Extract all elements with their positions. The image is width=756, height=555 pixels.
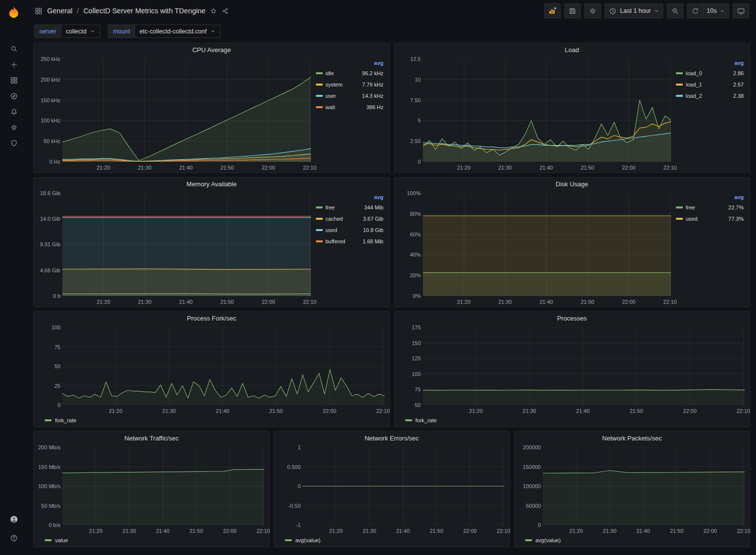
save-dashboard-button[interactable] bbox=[564, 3, 581, 18]
sidebar-item-profile[interactable] bbox=[7, 513, 20, 526]
legend-item-load_1[interactable]: load_12.57 bbox=[676, 79, 744, 90]
panel-title[interactable]: CPU Average bbox=[34, 43, 390, 56]
legend: avgidle96.2 kHzsystem7.79 kHzuser14.3 kH… bbox=[316, 56, 390, 173]
y-axis-label: 50 Mb/s bbox=[35, 503, 60, 509]
panel-title[interactable]: Load bbox=[394, 43, 750, 56]
chart-plot[interactable]: 05000010000015000020000021:2021:3021:402… bbox=[514, 444, 750, 536]
y-axis-label: 100% bbox=[395, 190, 421, 196]
chart-plot[interactable]: 02.5057.501012.521:2021:3021:4021:5022:0… bbox=[394, 56, 676, 173]
legend-item-wait[interactable]: wait386 Hz bbox=[316, 101, 384, 113]
y-axis-label: 60% bbox=[395, 232, 421, 237]
chart-plot[interactable]: 507510012515017521:2021:3021:4021:5022:0… bbox=[394, 324, 750, 416]
variable-server-value: collectd bbox=[66, 28, 86, 35]
x-axis-label: 21:50 bbox=[577, 165, 598, 171]
chart-plot[interactable]: 0 b4.66 Gib9.31 Gib14.0 Gib18.6 Gib21:20… bbox=[34, 190, 316, 307]
time-range-label: Last 1 hour bbox=[620, 7, 651, 14]
legend-item-load_2[interactable]: load_22.38 bbox=[676, 90, 744, 101]
cycle-view-mode-button[interactable] bbox=[733, 3, 749, 18]
legend-item-idle[interactable]: idle96.2 kHz bbox=[316, 67, 384, 79]
legend-item-system[interactable]: system7.79 kHz bbox=[316, 79, 384, 90]
variable-mount-label: mount bbox=[108, 25, 135, 38]
y-axis-label: 0 b/s bbox=[35, 522, 60, 528]
y-axis-label: 250 kHz bbox=[35, 56, 60, 62]
x-axis-label: 22:00 bbox=[257, 165, 279, 171]
legend-item-value[interactable]: value bbox=[34, 536, 269, 547]
share-icon[interactable] bbox=[222, 7, 229, 15]
dashboard-settings-button[interactable] bbox=[585, 3, 601, 18]
star-icon[interactable] bbox=[210, 7, 217, 15]
legend-item-free[interactable]: free22.7% bbox=[676, 202, 744, 213]
sidebar-item-help[interactable] bbox=[7, 531, 20, 544]
chart-plot[interactable]: -1-0.5000.500121:2021:3021:4021:5022:002… bbox=[274, 444, 509, 536]
chart-plot[interactable]: 0 Hz50 kHz100 kHz150 kHz200 kHz250 kHz21… bbox=[34, 56, 316, 173]
panel-title[interactable]: Network Traffic/sec bbox=[34, 432, 269, 444]
y-axis-label: 50 bbox=[395, 402, 421, 408]
grafana-logo-icon[interactable] bbox=[6, 5, 22, 21]
panel-disk-usage: Disk Usage 0%20%40%60%80%100%21:2021:302… bbox=[394, 177, 751, 307]
x-axis-label: 21:40 bbox=[392, 528, 414, 534]
legend-item-cached[interactable]: cached3.67 Gib bbox=[316, 213, 384, 224]
refresh-button[interactable] bbox=[687, 3, 703, 18]
legend-item-fork_rate[interactable]: fork_rate bbox=[34, 416, 390, 427]
x-axis-label: 21:50 bbox=[265, 408, 287, 414]
chart-plot[interactable]: 0%20%40%60%80%100%21:2021:3021:4021:5022… bbox=[394, 190, 676, 307]
x-axis-label: 21:30 bbox=[599, 528, 620, 534]
sidebar-item-dashboards[interactable] bbox=[7, 74, 20, 87]
sidebar-item-explore[interactable] bbox=[7, 89, 20, 102]
panel-title[interactable]: Network Packets/sec bbox=[514, 432, 750, 444]
x-axis-label: 22:00 bbox=[459, 528, 481, 534]
x-axis-label: 22:00 bbox=[219, 528, 241, 534]
x-axis-label: 21:20 bbox=[465, 408, 487, 414]
panel-title[interactable]: Processes bbox=[394, 312, 750, 324]
y-axis-label: 150000 bbox=[515, 464, 541, 470]
panel-title[interactable]: Process Fork/sec bbox=[34, 312, 390, 324]
dashboard-title[interactable]: CollectD Server Metrics with TDengine bbox=[84, 7, 206, 15]
y-axis-label: 9.31 Gib bbox=[35, 241, 60, 247]
refresh-interval-button[interactable]: 10s bbox=[703, 3, 729, 18]
legend-item-used[interactable]: used77.3% bbox=[676, 213, 744, 224]
panel-title[interactable]: Memory Available bbox=[34, 177, 390, 190]
sidebar-item-server-admin[interactable] bbox=[7, 137, 20, 149]
sidebar-item-create[interactable] bbox=[7, 58, 20, 71]
variable-mount: mount etc-collectd-collectd.conf bbox=[108, 25, 221, 38]
legend-item-fork_rate[interactable]: fork_rate bbox=[394, 416, 750, 427]
panel-title[interactable]: Network Errors/sec bbox=[274, 432, 509, 444]
variable-mount-dropdown[interactable]: etc-collectd-collectd.conf bbox=[135, 25, 221, 38]
legend-item-avg(value)[interactable]: avg(value) bbox=[514, 536, 750, 547]
legend-item-used[interactable]: used10.8 Gib bbox=[316, 224, 384, 235]
y-axis-label: 150 Mb/s bbox=[35, 464, 60, 470]
x-axis-label: 22:00 bbox=[618, 299, 640, 305]
panel-network-errors: Network Errors/sec -1-0.5000.500121:2021… bbox=[274, 431, 510, 547]
sidebar-item-configuration[interactable] bbox=[7, 121, 20, 134]
legend-item-user[interactable]: user14.3 kHz bbox=[316, 90, 384, 101]
legend-item-free[interactable]: free344 Mib bbox=[316, 202, 384, 213]
search-icon bbox=[10, 45, 18, 53]
add-panel-button[interactable] bbox=[544, 3, 560, 18]
zoom-out-button[interactable] bbox=[667, 3, 683, 18]
help-icon bbox=[10, 534, 18, 542]
panel-title[interactable]: Disk Usage bbox=[394, 177, 750, 190]
refresh-interval-label: 10s bbox=[707, 7, 717, 14]
y-axis-label: 200 Mb/s bbox=[35, 444, 60, 450]
y-axis-label: -1 bbox=[275, 522, 301, 528]
legend-item-avg(value)[interactable]: avg(value) bbox=[274, 536, 509, 547]
y-axis-label: 18.6 Gib bbox=[35, 190, 60, 196]
legend: avgfree344 Mibcached3.67 Gibused10.8 Gib… bbox=[316, 190, 390, 307]
x-axis-label: 21:20 bbox=[85, 528, 107, 534]
x-axis-label: 21:50 bbox=[577, 299, 598, 305]
x-axis-label: 21:40 bbox=[572, 408, 594, 414]
save-icon bbox=[568, 7, 577, 15]
legend-item-load_0[interactable]: load_02.86 bbox=[676, 67, 744, 79]
legend-item-buffered[interactable]: buffered1.68 Mib bbox=[316, 235, 384, 247]
chart-plot[interactable]: 025507510021:2021:3021:4021:5022:0022:10 bbox=[34, 324, 390, 416]
y-axis-label: 0 bbox=[515, 522, 541, 528]
time-picker-button[interactable]: Last 1 hour bbox=[605, 3, 663, 18]
variable-server-dropdown[interactable]: collectd bbox=[61, 25, 100, 38]
chart-plot[interactable]: 0 b/s50 Mb/s100 Mb/s150 Mb/s200 Mb/s21:2… bbox=[34, 444, 269, 536]
sidebar-item-search[interactable] bbox=[7, 42, 20, 55]
x-axis-label: 21:40 bbox=[152, 528, 173, 534]
sidebar-item-alerting[interactable] bbox=[7, 105, 20, 118]
x-axis-label: 21:30 bbox=[494, 299, 516, 305]
breadcrumb-folder[interactable]: General bbox=[47, 7, 73, 15]
dashboard-squares-icon[interactable] bbox=[34, 7, 43, 15]
